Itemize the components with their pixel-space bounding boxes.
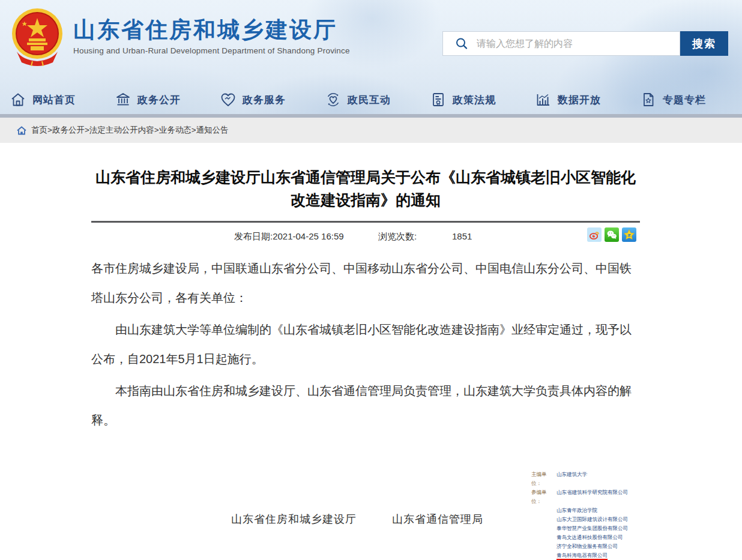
qzone-share-icon[interactable] — [622, 227, 636, 242]
breadcrumb[interactable]: 首页>政务公开>法定主动公开内容>业务动态>通知公告 — [31, 125, 229, 136]
signature-org-1: 山东省住房和城乡建设厅 — [231, 512, 357, 526]
heart-circle-icon — [325, 91, 342, 108]
credits-scan-block: 主编单位： 山东建筑大学 参编单位： 山东省建筑科学研究院有限公司 山东青年政治… — [531, 470, 711, 560]
credits-participant: 泰华智慧产业集团股份有限公司 — [531, 524, 711, 533]
nav-item-home[interactable]: 网站首页 — [10, 91, 76, 108]
credits-participant: 山东省建筑科学研究院有限公司 — [556, 488, 628, 506]
nav-item-policies[interactable]: 政策法规 — [430, 91, 496, 108]
credits-chief-value: 山东建筑大学 — [556, 470, 587, 488]
credits-participant: 山东大卫国际建筑设计有限公司 — [531, 515, 711, 524]
publish-date: 发布日期:2021-04-25 16:59 — [234, 231, 344, 242]
search-button[interactable]: 搜索 — [680, 31, 728, 56]
credits-participant: 青岛文达通科技股份有限公司 — [531, 533, 711, 542]
credits-participant-underlined: 青岛科海电器有限公司 — [531, 551, 711, 560]
site-title: 山东省住房和城乡建设厅 — [73, 16, 350, 44]
article: 山东省住房和城乡建设厅山东省通信管理局关于公布《山东省城镇老旧小区智能化改造建设… — [0, 143, 742, 435]
credits-chief-label: 主编单位： — [531, 470, 556, 488]
handshake-icon — [220, 91, 237, 108]
site-search: 搜索 — [442, 31, 728, 56]
share-buttons — [587, 227, 636, 242]
signature-section: 山东省住房和城乡建设厅 山东省通信管理局 2021年4月23日 2021年4月2… — [0, 435, 742, 560]
credits-participant: 山东青年政治学院 — [531, 506, 711, 515]
paragraph: 各市住房城乡建设局，中国联通山东省分公司、中国移动山东省分公司、中国电信山东分公… — [91, 254, 640, 313]
nav-item-label: 政民互动 — [348, 93, 391, 107]
credits-chief-row: 主编单位： 山东建筑大学 — [531, 470, 711, 488]
logo-block[interactable]: 山东省住房和城乡建设厅 Housing and Urban-Rural Deve… — [11, 5, 350, 66]
nav-item-label: 网站首页 — [32, 93, 76, 107]
nav-item-label: 政务公开 — [137, 93, 181, 107]
search-input[interactable] — [477, 38, 680, 49]
site-subtitle: Housing and Urban-Rural Development Depa… — [73, 46, 350, 55]
credits-participant: 济宁全和物业服务有限公司 — [531, 542, 711, 551]
nav-item-label: 专题专栏 — [663, 93, 706, 107]
credits-participant-redline: 青岛科海电器有限公司 — [556, 552, 608, 560]
nav-item-interaction[interactable]: 政民互动 — [325, 91, 391, 108]
paragraph: 本指南由山东省住房和城乡建设厅、山东省通信管理局负责管理，山东建筑大学负责具体内… — [91, 376, 640, 435]
views-label: 浏览次数: — [378, 231, 417, 242]
credits-participants-row: 参编单位： 山东省建筑科学研究院有限公司 — [531, 488, 711, 506]
breadcrumb-bar: 首页>政务公开>法定主动公开内容>业务动态>通知公告 — [0, 118, 742, 143]
chart-icon — [535, 91, 552, 108]
star-page-icon — [640, 91, 657, 108]
article-title: 山东省住房和城乡建设厅山东省通信管理局关于公布《山东省城镇老旧小区智能化改造建设… — [92, 166, 639, 211]
weibo-share-icon[interactable] — [587, 227, 602, 242]
signature-org-2: 山东省通信管理局 — [392, 512, 483, 526]
nav-item-label: 政务服务 — [243, 93, 286, 107]
page: 山东省住房和城乡建设厅 Housing and Urban-Rural Deve… — [0, 0, 742, 560]
site-header: 山东省住房和城乡建设厅 Housing and Urban-Rural Deve… — [0, 0, 742, 114]
breadcrumb-home-icon — [17, 126, 26, 135]
wechat-share-icon[interactable] — [605, 227, 619, 242]
main-nav: 网站首页 政务公开 政务服务 — [0, 91, 742, 108]
national-emblem-icon — [11, 5, 64, 66]
nav-item-special-topics[interactable]: 专题专栏 — [640, 91, 706, 108]
nav-item-open-data[interactable]: 数据开放 — [535, 91, 601, 108]
site-title-block: 山东省住房和城乡建设厅 Housing and Urban-Rural Deve… — [73, 16, 350, 55]
search-box[interactable] — [442, 31, 680, 56]
paragraph: 由山东建筑大学等单位编制的《山东省城镇老旧小区智能化改造建设指南》业经审定通过，… — [91, 315, 640, 374]
credits-participants-label: 参编单位： — [531, 488, 556, 506]
nav-item-gov-services[interactable]: 政务服务 — [220, 91, 286, 108]
home-icon — [10, 91, 26, 108]
nav-item-label: 数据开放 — [558, 93, 601, 107]
article-meta: 发布日期:2021-04-25 16:59 浏览次数: 1851 — [91, 223, 640, 248]
bank-icon — [115, 91, 131, 108]
views-count: 1851 — [452, 231, 472, 241]
article-body: 各市住房城乡建设局，中国联通山东省分公司、中国移动山东省分公司、中国电信山东分公… — [91, 254, 640, 435]
nav-item-label: 政策法规 — [453, 93, 496, 107]
search-icon — [455, 37, 468, 50]
nav-item-gov-info[interactable]: 政务公开 — [115, 91, 181, 108]
document-seal-icon — [430, 91, 447, 108]
